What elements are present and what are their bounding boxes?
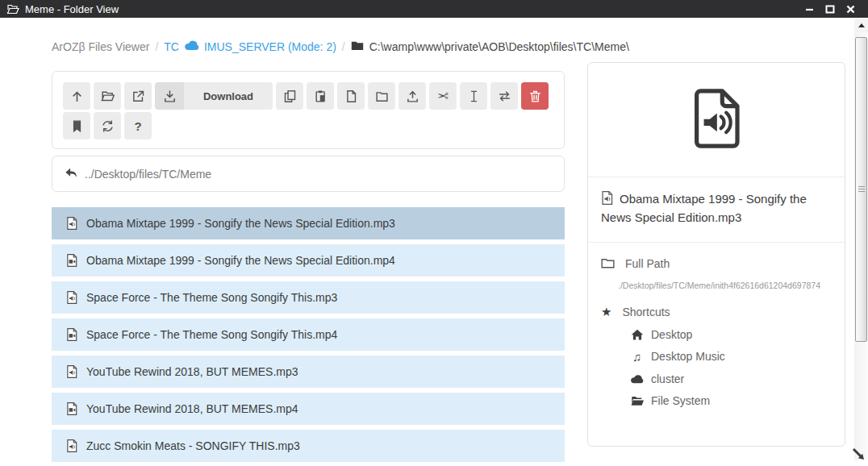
home-icon [630,329,644,340]
selected-file-name-text: Obama Mixtape 1999 - Songify the News Sp… [601,192,807,224]
file-row[interactable]: Obama Mixtape 1999 - Songify the News Sp… [52,244,565,277]
file-row[interactable]: Zucc Smokin Meats - SONGIFY THIS.mp3 [52,430,565,462]
file-row[interactable]: Space Force - The Theme Song Songify Thi… [52,318,565,351]
breadcrumb-host[interactable]: TC IMUS_SERVER (Mode: 2) [164,40,336,53]
shortcut-list: Desktop♫Desktop MusicclusterFile System [601,328,832,407]
audio-file-icon [66,291,77,304]
file-name: YouTube Rewind 2018, BUT MEMES.mp4 [86,402,298,415]
breadcrumb-hostname: IMUS_SERVER (Mode: 2) [204,40,336,53]
open-new-window-button[interactable] [124,82,152,110]
toolbar-row-1: Download✂ [63,82,553,110]
go-up-button[interactable] [63,82,90,110]
close-button[interactable] [846,5,855,14]
folder-icon [351,40,364,53]
selected-file-name: Obama Mixtape 1999 - Songify the News Sp… [588,177,845,243]
file-name: Obama Mixtape 1999 - Songify the News Sp… [86,254,395,267]
file-details: Full Path ./Desktop/files/TC/Meme/inith4… [588,243,845,422]
audio-file-large-icon [690,87,743,153]
window-resize-handle[interactable] [851,447,866,465]
cut-button[interactable]: ✂ [429,82,457,110]
shortcut-item[interactable]: Desktop [630,328,832,341]
new-file-button[interactable] [337,82,365,110]
scrollbar-grip [858,186,865,193]
video-file-icon [66,328,77,341]
toolbar: Download✂ ? [52,71,565,149]
new-folder-icon [375,89,389,103]
shortcut-item[interactable]: File System [630,394,832,407]
file-name: Space Force - The Theme Song Songify Thi… [86,328,337,341]
cloud-icon [184,40,199,53]
full-path-header: Full Path [601,257,832,271]
breadcrumb-app[interactable]: ArOZβ Files Viewer [52,40,149,53]
reply-arrow-icon [65,167,78,181]
paste-icon [314,89,328,103]
download-icon [155,82,184,110]
toolbar-row-2: ? [63,112,553,139]
file-name: Obama Mixtape 1999 - Songify the News Sp… [86,217,395,230]
upload-icon [406,89,419,103]
folder-open-filled-icon [630,395,644,406]
folder-outline-icon [601,257,615,271]
bookmark-button[interactable] [63,112,90,139]
move-button[interactable] [490,82,518,110]
shortcut-label: Desktop [651,328,692,341]
external-link-icon [131,89,145,103]
folder-open-icon [6,3,19,15]
trash-icon [528,89,542,103]
shortcut-item[interactable]: cluster [630,372,832,385]
folder-open-icon [101,89,115,103]
exchange-icon [498,89,511,103]
i-beam-icon [467,89,481,103]
delete-button[interactable] [521,82,549,110]
music-icon: ♫ [630,350,644,364]
file-name: Space Force - The Theme Song Songify Thi… [86,291,337,304]
file-row[interactable]: YouTube Rewind 2018, BUT MEMES.mp3 [52,356,565,388]
help-button[interactable]: ? [124,112,152,139]
breadcrumb-separator: / [155,40,158,53]
shortcut-label: File System [651,394,710,407]
video-file-icon [66,254,77,267]
audio-file-icon [66,365,77,378]
refresh-button[interactable] [94,112,121,139]
window-controls [805,5,862,14]
shortcut-label: cluster [651,372,684,385]
breadcrumb-vroot: TC [164,40,179,53]
video-file-icon [66,402,77,415]
file-row[interactable]: Obama Mixtape 1999 - Songify the News Sp… [52,207,565,239]
breadcrumb-separator: / [342,40,345,53]
shortcuts-label: Shortcuts [622,306,670,318]
file-name: Zucc Smokin Meats - SONGIFY THIS.mp3 [86,439,300,452]
paste-button[interactable] [307,82,334,110]
copy-button[interactable] [276,82,303,110]
arrow-up-icon [70,89,84,103]
copy-icon [283,89,297,103]
file-list: Obama Mixtape 1999 - Songify the News Sp… [52,207,565,466]
path-bar[interactable]: ../Desktop/files/TC/Meme [52,156,565,192]
open-button[interactable] [94,82,121,110]
maximize-button[interactable] [825,5,835,14]
new-folder-button[interactable] [368,82,395,110]
path-bar-text: ../Desktop/files/TC/Meme [85,168,211,181]
minimize-button[interactable] [805,5,814,13]
window-title: Meme - Folder View [25,3,119,15]
titlebar: Meme - Folder View [0,0,868,18]
rename-button[interactable] [460,82,487,110]
file-preview [588,63,845,177]
shortcut-label: Desktop Music [651,350,725,363]
bookmark-icon [70,119,84,133]
breadcrumb: ArOZβ Files Viewer / TC IMUS_SERVER (Mod… [52,40,629,53]
star-icon: ★ [601,305,611,319]
scrollbar-up-arrow[interactable] [854,19,868,32]
vertical-scrollbar[interactable] [854,19,868,460]
file-name: YouTube Rewind 2018, BUT MEMES.mp3 [86,365,298,378]
scrollbar-thumb[interactable] [855,37,867,342]
file-properties-panel: Obama Mixtape 1999 - Songify the News Sp… [587,62,845,447]
full-path-label: Full Path [625,257,670,270]
download-button[interactable]: Download [155,82,273,110]
file-row[interactable]: Space Force - The Theme Song Songify Thi… [52,281,565,314]
file-row[interactable]: YouTube Rewind 2018, BUT MEMES.mp4 [52,393,565,425]
upload-button[interactable] [399,82,426,110]
shortcut-item[interactable]: ♫Desktop Music [630,350,832,364]
help-icon: ? [134,119,141,133]
shortcuts-header: ★ Shortcuts [601,305,832,319]
